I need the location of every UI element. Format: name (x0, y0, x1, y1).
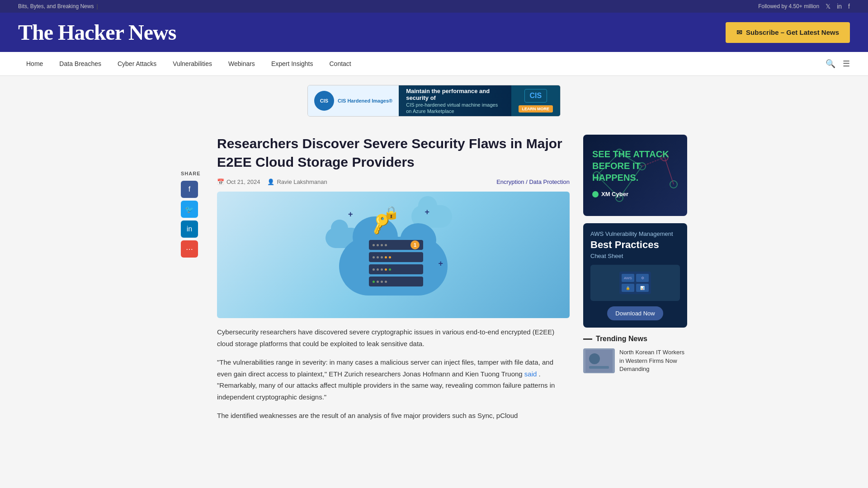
server-unit-3 (369, 264, 423, 274)
separator: | (96, 3, 98, 9)
trending-thumb (583, 348, 615, 373)
xm-brand-name: XM Cyber (601, 191, 628, 197)
trending-header: Trending News (583, 335, 687, 343)
svg-text:📊: 📊 (640, 286, 645, 290)
xm-ad-title: SEE THE ATTACK BEFORE IT HAPPENS. (592, 148, 678, 183)
server-dot (373, 244, 375, 246)
envelope-icon: ✉ (736, 28, 742, 37)
share-more-button[interactable]: ⋯ (181, 240, 198, 258)
wiz-download-button[interactable]: Download Now (607, 306, 663, 320)
subscribe-label: Subscribe – Get Latest News (746, 28, 839, 36)
trending-item-text[interactable]: North Korean IT Workers in Western Firms… (619, 348, 687, 373)
author-name: Ravie Lakshmanan (277, 178, 327, 185)
cis-brand-logo: CIS (524, 89, 547, 103)
article-title: Researchers Discover Severe Security Fla… (217, 135, 570, 171)
nav-icons: 🔍 ☰ (826, 59, 850, 69)
svg-text:⚙: ⚙ (641, 276, 644, 280)
server-unit-4 (369, 277, 423, 286)
top-bar: Bits, Bytes, and Breaking News | Followe… (0, 0, 868, 13)
server-dot-green (389, 268, 391, 271)
article-para-3: The identified weaknesses are the result… (217, 410, 570, 422)
banner-subline: CIS pre-hardened virtual machine images (406, 102, 504, 108)
server-dot (373, 268, 375, 271)
main-nav: Home Data Breaches Cyber Attacks Vulnera… (0, 52, 868, 76)
article-category[interactable]: Encryption / Data Protection (496, 178, 570, 185)
article-date: 📅 Oct 21, 2024 (217, 178, 260, 185)
lock-icon: 🔒 (383, 205, 399, 220)
plus-sign-2: + (425, 207, 429, 217)
trending-item[interactable]: North Korean IT Workers in Western Firms… (583, 348, 687, 373)
author-icon: 👤 (267, 178, 274, 185)
banner-left: CIS CIS Hardened Images® (308, 85, 399, 116)
followers-count: Followed by 4.50+ million (758, 3, 819, 9)
top-bar-right: Followed by 4.50+ million 𝕏 in f (758, 3, 850, 10)
main-content: SHARE f 🐦 in ⋯ Researchers Discover Seve… (163, 126, 705, 438)
nav-cyber-attacks[interactable]: Cyber Attacks (109, 52, 165, 75)
twitter-icon[interactable]: 𝕏 (826, 3, 830, 10)
subscribe-button[interactable]: ✉ Subscribe – Get Latest News (726, 22, 850, 43)
plus-sign-1: + (348, 210, 353, 219)
server-dot (377, 268, 379, 271)
cis-logo-text: CIS Hardened Images® (338, 98, 392, 104)
trending-section: Trending News North Korean IT Workers in… (583, 335, 687, 373)
server-unit-2 (369, 252, 423, 262)
svg-text:🔒: 🔒 (626, 286, 630, 290)
xm-dot (592, 191, 599, 197)
banner-subline2: on Azure Marketplace (406, 108, 504, 114)
server-dot (377, 281, 379, 283)
banner-ad[interactable]: CIS CIS Hardened Images® Maintain the pe… (307, 85, 561, 117)
xm-cyber-ad[interactable]: SEE THE ATTACK BEFORE IT HAPPENS. XM Cyb… (583, 135, 687, 216)
wiz-ad[interactable]: AWS Vulnerability Management Best Practi… (583, 223, 687, 328)
server-dot (385, 281, 387, 283)
nav-expert-insights[interactable]: Expert Insights (263, 52, 321, 75)
server-dot-yellow (385, 256, 387, 258)
server-dot (377, 244, 379, 246)
nav-webinars[interactable]: Webinars (220, 52, 263, 75)
svg-text:AWS: AWS (624, 276, 632, 280)
share-sidebar: SHARE f 🐦 in ⋯ (181, 135, 203, 429)
banner-mid: Maintain the performance and security of… (399, 85, 511, 116)
article-para-1: Cybersecurity researchers have discovere… (217, 326, 570, 349)
banner-right: CIS LEARN MORE (511, 85, 561, 116)
server-dot-green-2 (373, 281, 375, 283)
servers: 1 (369, 240, 423, 286)
facebook-icon[interactable]: f (848, 3, 850, 10)
nav-vulnerabilities[interactable]: Vulnerabilities (165, 52, 220, 75)
article-para-2: "The vulnerabilities range in severity: … (217, 357, 570, 403)
server-unit-1: 1 (369, 240, 423, 250)
said-link[interactable]: said (524, 370, 537, 378)
server-dot (381, 268, 383, 271)
share-facebook-button[interactable]: f (181, 181, 198, 198)
server-dot (373, 256, 375, 258)
top-bar-left: Bits, Bytes, and Breaking News | (18, 3, 98, 9)
nav-home[interactable]: Home (18, 52, 51, 75)
search-button[interactable]: 🔍 (826, 59, 835, 69)
article-para-2-text: "The vulnerabilities range in severity: … (217, 358, 553, 378)
aws-diagram-svg: AWS ⚙ 🔒 📊 (617, 269, 653, 296)
server-dot-yellow-3 (385, 268, 387, 271)
linkedin-icon[interactable]: in (837, 3, 842, 10)
plus-sign-3: + (438, 259, 443, 268)
xm-line2: BEFORE IT HAPPENS. (592, 161, 641, 183)
server-dot (385, 244, 387, 246)
article: Researchers Discover Severe Security Fla… (217, 135, 570, 429)
learn-more-button[interactable]: LEARN MORE (519, 105, 553, 113)
site-title[interactable]: The Hacker News (18, 20, 176, 45)
nav-contact[interactable]: Contact (321, 52, 359, 75)
wiz-ad-heading: Best Practices (590, 239, 680, 251)
menu-button[interactable]: ☰ (843, 59, 850, 69)
article-meta-left: 📅 Oct 21, 2024 👤 Ravie Lakshmanan (217, 178, 327, 185)
trending-dash (583, 338, 592, 340)
cis-logo-circle: CIS (314, 91, 334, 111)
trending-thumbnail-svg (585, 350, 613, 372)
site-header: The Hacker News ✉ Subscribe – Get Latest… (0, 13, 868, 52)
article-image: 🔑 🔒 + + + 1 (217, 192, 570, 318)
calendar-icon: 📅 (217, 178, 224, 185)
banner-headline: Maintain the performance and security of (406, 88, 504, 101)
share-linkedin-button[interactable]: in (181, 221, 198, 238)
share-label: SHARE (181, 171, 201, 176)
date-text: Oct 21, 2024 (226, 178, 260, 185)
nav-data-breaches[interactable]: Data Breaches (51, 52, 109, 75)
article-body: Cybersecurity researchers have discovere… (217, 326, 570, 422)
share-twitter-button[interactable]: 🐦 (181, 201, 198, 218)
